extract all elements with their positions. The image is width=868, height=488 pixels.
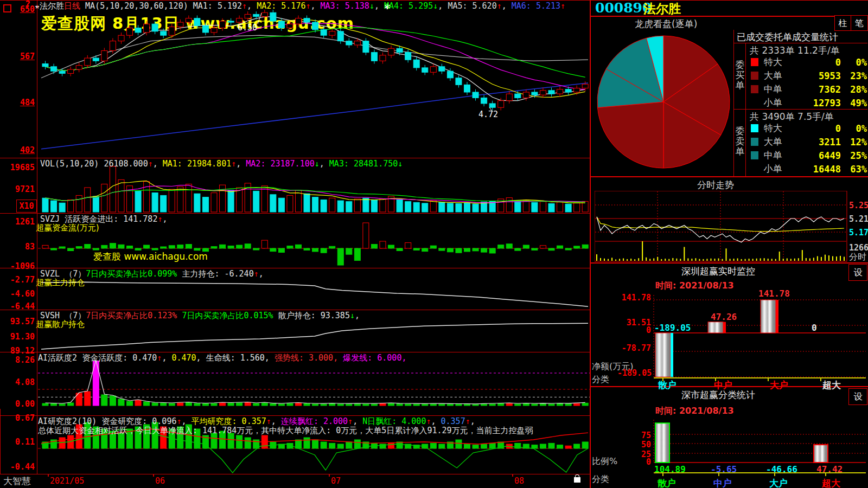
monitor-category: 散户 xyxy=(658,379,676,391)
trading-terminal: ? ✱ ★法尔胜日线 MA(5,10,20,30,60,120) MA1: 5.… xyxy=(0,0,868,488)
axis-label: -2.77 xyxy=(1,275,35,285)
order-pct: 49% xyxy=(841,98,867,108)
timeline-label[interactable]: 06 xyxy=(155,476,165,486)
text-segment: 连续飘红: 2.000 xyxy=(281,416,348,426)
text-segment: 爆发线: 6.000, xyxy=(343,353,406,363)
axis-label: 9721 xyxy=(1,184,35,194)
text-segment: , xyxy=(182,416,192,426)
monitor-axis-value: -189.05 xyxy=(617,368,651,378)
axis-label: -6.44 xyxy=(1,301,35,311)
text-segment: ↑ xyxy=(148,159,153,169)
class-category: 超大 xyxy=(822,477,840,488)
order-stat-row: 中单736228% xyxy=(746,82,867,96)
text-segment: ↑ xyxy=(465,416,470,426)
order-type-swatch xyxy=(751,138,758,146)
monitor-bar-value: 47.26 xyxy=(711,312,737,322)
order-type-swatch xyxy=(751,165,758,173)
monitor-bar-value: 0 xyxy=(812,323,817,333)
monitor-bar-value: -189.05 xyxy=(654,323,691,333)
order-pct: 23% xyxy=(841,70,867,81)
order-value: 16448 xyxy=(795,164,841,175)
intraday-chart[interactable] xyxy=(595,191,847,262)
text-segment: 平均研究度: 0.357 xyxy=(192,416,266,426)
monitor-axis-label: 分类 xyxy=(592,374,609,386)
order-pct: 0% xyxy=(841,57,867,68)
class-unit-label: 比例% xyxy=(592,456,617,467)
timeline-label[interactable]: 07 xyxy=(331,476,341,486)
svzl-subtitle: 超赢主力持仓 xyxy=(36,278,85,288)
order-stat-row: 大单321112% xyxy=(746,135,867,149)
order-pct: 12% xyxy=(841,137,867,147)
axis-label: 1261 xyxy=(1,217,35,227)
axis-label: -1096 xyxy=(1,261,35,271)
order-pct: 25% xyxy=(841,150,867,161)
timeline[interactable] xyxy=(0,474,590,488)
order-stats-title: 已成交委托单成交量统计 xyxy=(737,31,838,43)
order-type-swatch xyxy=(751,72,758,80)
class-bar-value: -46.66 xyxy=(766,464,797,474)
text-segment: , xyxy=(236,159,246,169)
order-pie-chart xyxy=(593,30,734,174)
order-value: 3211 xyxy=(795,137,841,147)
text-segment: N日飘红: 4.000 xyxy=(362,416,426,426)
order-type-name: 中单 xyxy=(764,149,795,162)
axis-label: 4.08 xyxy=(1,377,35,387)
svg-text:4.72: 4.72 xyxy=(478,110,498,119)
order-pct: 63% xyxy=(841,164,867,175)
axis-label: -0.44 xyxy=(1,462,35,472)
monitor-category: 超大 xyxy=(822,379,841,391)
text-segment: ↑ xyxy=(348,416,353,426)
class-axis-value: 50 xyxy=(628,440,651,450)
text-segment: , xyxy=(470,416,475,426)
class-axis-label: 分类 xyxy=(592,474,609,485)
class-bar-value: -5.65 xyxy=(711,464,737,474)
text-segment: MA3: 28481.750 xyxy=(329,159,398,169)
axis-label: 0.11 xyxy=(1,437,35,447)
text-segment: , xyxy=(162,353,171,363)
column-mode-button[interactable]: 柱 xyxy=(834,15,851,31)
timeline-label[interactable]: 2021/05 xyxy=(50,476,84,486)
sell-order-rows: 特大00%大单321112%中单644925%小单1644863% xyxy=(746,121,867,176)
buy-side-label: 委买单 xyxy=(735,60,745,91)
svzj-subtitle: 超赢资金流(万元) xyxy=(36,223,99,233)
text-segment: 0.470 xyxy=(171,353,196,363)
text-segment: 26108.000 xyxy=(104,159,148,169)
order-stat-row: 中单644925% xyxy=(746,149,867,162)
axis-label: 484 xyxy=(1,98,35,107)
axis-label: 402 xyxy=(1,145,35,155)
tick-mode-button[interactable]: 笔 xyxy=(851,15,868,31)
order-value: 0 xyxy=(795,123,841,134)
text-segment: , xyxy=(153,159,163,169)
monitor-bar-value: 141.78 xyxy=(758,288,790,299)
order-type-swatch xyxy=(751,85,758,93)
text-segment: MA1: 21984.801 xyxy=(163,159,231,169)
timeline-label[interactable]: 08 xyxy=(514,476,524,486)
stock-name: 法尔胜 xyxy=(643,1,681,17)
text-segment: , xyxy=(162,214,167,224)
text-segment: ↓ xyxy=(315,159,320,169)
class-bar-value: 47.42 xyxy=(816,464,843,474)
text-segment: 主力持仓: -6.240 xyxy=(177,269,253,279)
text-segment: ↑ xyxy=(266,416,271,426)
buy-order-rows: 特大00%大单595323%中单736228%小单1279349% xyxy=(746,55,867,110)
order-type-name: 大单 xyxy=(764,136,795,148)
axis-label: -4.60 xyxy=(1,289,35,299)
monitor-category: 中户 xyxy=(714,379,732,391)
axis-label: 93.57 xyxy=(1,317,35,326)
text-segment: , xyxy=(271,416,281,426)
lock-shackle xyxy=(575,474,579,478)
sell-side-label: 委卖单 xyxy=(735,126,745,157)
watermark-small: 爱查股 www.aichagu.com xyxy=(93,251,208,263)
order-type-swatch xyxy=(751,99,758,107)
order-stat-row: 小单1644863% xyxy=(746,162,867,176)
candlestick-chart[interactable]: 6.504.72 xyxy=(38,0,590,158)
axis-label: 567 xyxy=(1,52,35,61)
order-value: 7362 xyxy=(795,84,841,95)
text-segment: AI研究度2(10) xyxy=(38,416,101,426)
text-segment: 强势线: 3.000, xyxy=(275,353,343,363)
text-segment: , xyxy=(431,416,441,426)
text-segment: 资金活跃度: 0.470 xyxy=(82,353,157,363)
order-type-name: 中单 xyxy=(764,83,795,95)
order-value: 12793 xyxy=(795,98,841,108)
tiger-watch-title: 龙虎看盘(逐单) xyxy=(635,18,697,30)
